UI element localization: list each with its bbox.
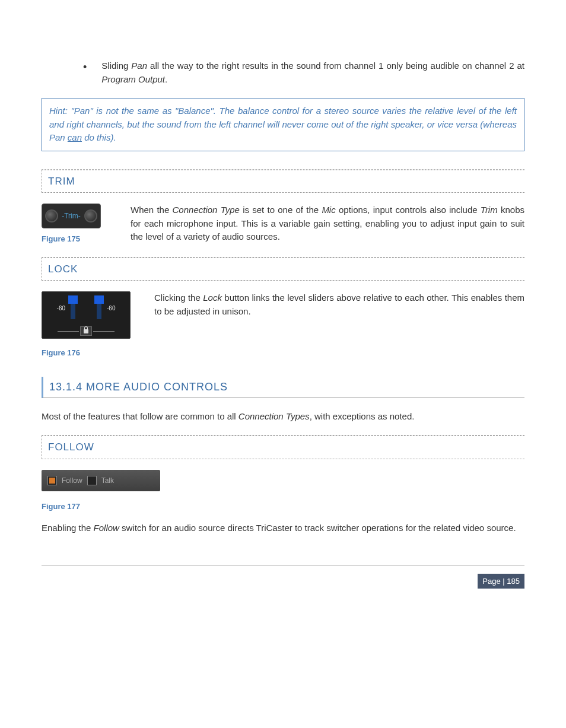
level-value-left: -60	[57, 304, 65, 313]
follow-paragraph: Enabling the Follow switch for an audio …	[42, 522, 524, 535]
talk-checkbox[interactable]	[87, 476, 97, 485]
bullet-icon: •	[83, 59, 87, 86]
trim-knob-left	[45, 209, 58, 222]
level-slider-left	[71, 295, 75, 319]
page-number: Page | 185	[478, 574, 524, 589]
figure-lock-image: -60 -60	[42, 291, 131, 339]
trim-image-label: -Trim-	[62, 211, 81, 221]
link-line	[93, 331, 115, 332]
talk-checkbox-label: Talk	[101, 475, 114, 486]
link-line	[58, 331, 79, 332]
level-value-right: -60	[107, 304, 115, 313]
subsection-lock-heading: LOCK	[42, 257, 524, 281]
figure-follow-image: Follow Talk	[42, 470, 160, 491]
figure-177-caption: Figure 177	[42, 501, 524, 513]
bullet-item: • Sliding Pan all the way to the right r…	[83, 59, 524, 86]
follow-checkbox[interactable]	[47, 476, 57, 485]
follow-checkbox-label: Follow	[62, 475, 82, 486]
hint-box: Hint: "Pan" is not the same as "Balance"…	[42, 98, 524, 151]
footer-divider	[42, 565, 524, 565]
lock-icon	[80, 326, 92, 336]
level-slider-right	[97, 295, 101, 319]
subsection-follow-heading: FOLLOW	[42, 435, 524, 459]
subsection-trim-heading: TRIM	[42, 170, 524, 193]
bullet-text: Sliding Pan all the way to the right res…	[101, 59, 524, 86]
section-intro: Most of the features that follow are com…	[42, 410, 524, 424]
figure-175-caption: Figure 175	[42, 233, 113, 245]
lock-paragraph: Clicking the Lock button links the level…	[154, 291, 524, 359]
trim-knob-right	[84, 209, 97, 222]
section-heading: 13.1.4 MORE AUDIO CONTROLS	[42, 377, 524, 398]
figure-trim-image: -Trim-	[42, 204, 101, 228]
figure-176-caption: Figure 176	[42, 347, 131, 359]
trim-paragraph: When the Connection Type is set to one o…	[131, 204, 524, 245]
